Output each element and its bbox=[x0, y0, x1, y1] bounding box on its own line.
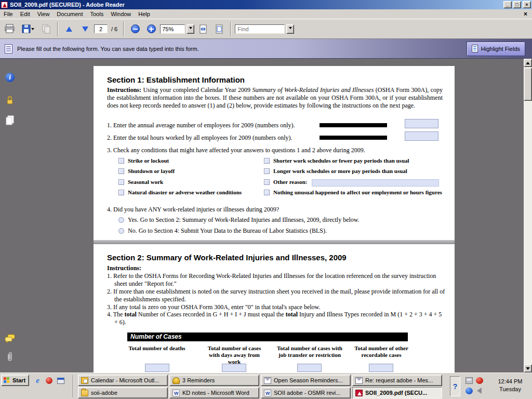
menu-document[interactable]: Document bbox=[53, 10, 86, 18]
taskbar-button-kd-notes-word[interactable]: KD notes - Microsoft Word bbox=[169, 387, 259, 398]
scroll-up-icon bbox=[526, 62, 530, 64]
taskbar-separator bbox=[73, 375, 74, 397]
zoom-out-button[interactable] bbox=[128, 22, 142, 36]
vertical-scrollbar[interactable] bbox=[524, 59, 532, 373]
taskbar-button-label: 3 Reminders bbox=[182, 377, 215, 383]
show-desktop-button[interactable] bbox=[56, 376, 65, 385]
taskbar-button-open-season[interactable]: Open Season Reminders... bbox=[261, 375, 351, 386]
taskbar-clock[interactable]: 12:44 PM Tuesday bbox=[491, 378, 529, 393]
save-button[interactable] bbox=[19, 22, 37, 36]
scroll-up-button[interactable] bbox=[524, 59, 532, 67]
taskbar-button-reminders[interactable]: 3 Reminders bbox=[169, 375, 259, 386]
menu-window[interactable]: Window bbox=[107, 10, 135, 18]
checkbox-row: Other reason: bbox=[264, 179, 307, 185]
section2-instruction-1: 1. Refer to the OSHA Forms for Recording… bbox=[107, 272, 446, 288]
radio-no[interactable] bbox=[118, 228, 124, 234]
menu-file[interactable]: File bbox=[0, 10, 17, 18]
menu-help[interactable]: Help bbox=[135, 10, 154, 18]
internet-explorer-launch-button[interactable] bbox=[33, 376, 42, 385]
taskbar-button-soii-adobe-word[interactable]: SOII adobe - OSMR revi... bbox=[261, 387, 351, 398]
checkbox-strike-or-lockout[interactable] bbox=[118, 158, 124, 164]
checkbox-seasonal-work[interactable] bbox=[118, 179, 124, 185]
attachments-panel-button[interactable] bbox=[4, 351, 16, 363]
pages-icon bbox=[5, 115, 15, 126]
fit-width-button[interactable] bbox=[196, 22, 210, 36]
toolbar-separator bbox=[123, 22, 124, 36]
cases-other-input[interactable] bbox=[369, 364, 393, 372]
scroll-down-button[interactable] bbox=[524, 364, 532, 373]
quick-launch-button[interactable] bbox=[45, 376, 54, 385]
cases-days-away-input[interactable] bbox=[222, 364, 246, 372]
status-red-tray-icon[interactable] bbox=[476, 377, 483, 384]
checkbox-label: Nothing unusual happened to affect our e… bbox=[273, 189, 442, 195]
volume-tray-icon[interactable] bbox=[477, 388, 482, 394]
column-header-days-away: Total number of cases with days away fro… bbox=[203, 345, 266, 365]
menu-view[interactable]: View bbox=[34, 10, 54, 18]
zoom-in-button[interactable] bbox=[144, 22, 158, 36]
checkbox-label: Longer work schedules or more pay period… bbox=[273, 168, 407, 174]
word-icon bbox=[172, 390, 180, 396]
checkbox-other-reason[interactable] bbox=[264, 179, 270, 185]
copy-icon bbox=[42, 24, 51, 34]
checkbox-row: Longer work schedules or more pay period… bbox=[264, 168, 407, 174]
menu-bar: File Edit View Document Tools Window Hel… bbox=[0, 9, 532, 19]
checkbox-longer-schedules[interactable] bbox=[264, 168, 270, 174]
cases-deaths-input[interactable] bbox=[145, 364, 169, 372]
tray-help-icon[interactable]: ? bbox=[450, 376, 460, 396]
checkbox-shorter-schedules[interactable] bbox=[264, 158, 270, 164]
security-panel-button[interactable] bbox=[4, 94, 16, 105]
find-input[interactable] bbox=[235, 24, 285, 34]
employees-input[interactable] bbox=[405, 119, 438, 128]
checkbox-natural-disaster[interactable] bbox=[118, 190, 124, 195]
checkbox-row: Strike or lockout bbox=[118, 157, 169, 164]
printer-tray-icon[interactable] bbox=[466, 377, 473, 384]
column-header-job-transfer: Total number of cases with job transfer … bbox=[276, 345, 343, 358]
scrollbar-thumb[interactable] bbox=[524, 68, 532, 101]
zoom-dropdown-button[interactable] bbox=[187, 24, 194, 34]
next-page-button[interactable] bbox=[78, 22, 92, 36]
page-number-input[interactable] bbox=[94, 24, 108, 33]
taskbar-button-label: SOII adobe - OSMR revi... bbox=[274, 390, 340, 396]
taskbar-button-label: Re: request adobe - Mes... bbox=[365, 377, 433, 383]
taskbar-button-soii-adobe-folder[interactable]: soii-adobe bbox=[78, 387, 168, 398]
section1-title: Section 1: Establishment Information bbox=[107, 75, 245, 84]
radio-yes[interactable] bbox=[118, 217, 124, 223]
section2-instruction-3: 3. If any total is zero on your OSHA For… bbox=[107, 303, 446, 311]
copy-button[interactable] bbox=[39, 22, 54, 36]
highlight-fields-button[interactable]: Highlight Fields bbox=[467, 42, 525, 56]
radio-row: No. Go to Section 4: Submit Your Data to… bbox=[118, 227, 327, 235]
checkbox-shutdown-or-layoff[interactable] bbox=[118, 168, 124, 174]
section2-title: Section 2: Summary of Work-Related Injur… bbox=[107, 253, 347, 262]
cases-job-transfer-input[interactable] bbox=[297, 364, 322, 372]
network-tray-icon[interactable] bbox=[466, 388, 473, 394]
menu-tools[interactable]: Tools bbox=[87, 10, 108, 18]
question-4: 4. Did you have ANY work-related injurie… bbox=[107, 206, 279, 214]
title-bar[interactable]: SOII_2009.pdf (SECURED) - Adobe Reader _… bbox=[0, 0, 532, 9]
taskbar-button-outlook-calendar[interactable]: Calendar - Microsoft Outl... bbox=[78, 375, 168, 386]
zoom-level-value[interactable]: 75% bbox=[160, 24, 185, 34]
comments-panel-button[interactable] bbox=[4, 333, 16, 344]
page-down-icon bbox=[82, 26, 88, 32]
how-to-panel-button[interactable] bbox=[4, 72, 16, 83]
other-reason-input[interactable] bbox=[312, 179, 439, 187]
fit-page-button[interactable] bbox=[212, 22, 227, 36]
print-button[interactable] bbox=[3, 22, 17, 36]
close-document-icon[interactable]: × bbox=[519, 10, 532, 18]
pages-panel-button[interactable] bbox=[4, 115, 16, 126]
reminders-bell-icon bbox=[172, 377, 180, 384]
taskbar-button-soii-pdf-active[interactable]: SOII_2009.pdf (SECU... bbox=[352, 387, 442, 398]
find-dropdown-button[interactable] bbox=[286, 24, 294, 34]
question-3: 3. Check any conditions that might have … bbox=[107, 147, 365, 154]
hours-input[interactable] bbox=[405, 131, 438, 141]
maximize-button[interactable]: □ bbox=[513, 1, 521, 8]
radio-row: Yes. Go to Section 2: Summary of Work-Re… bbox=[118, 216, 360, 224]
checkbox-nothing-unusual[interactable] bbox=[264, 190, 270, 195]
taskbar-button-re-request-adobe[interactable]: Re: request adobe - Mes... bbox=[352, 375, 442, 386]
menu-edit[interactable]: Edit bbox=[17, 10, 34, 18]
minimize-button[interactable]: _ bbox=[503, 1, 512, 8]
checkbox-row: Shutdown or layoff bbox=[118, 168, 175, 174]
start-button[interactable]: Start bbox=[1, 375, 29, 386]
close-button[interactable]: × bbox=[523, 1, 531, 8]
previous-page-button[interactable] bbox=[62, 22, 76, 36]
chevron-down-icon bbox=[289, 27, 292, 31]
